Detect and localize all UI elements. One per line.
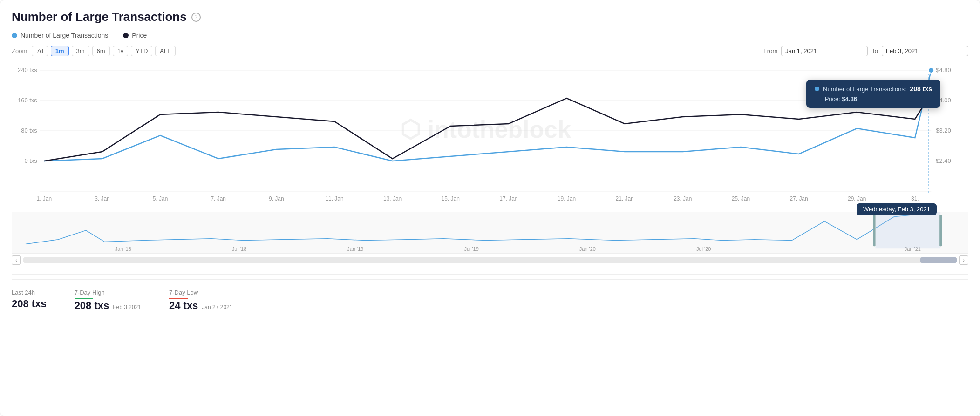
svg-rect-40 <box>876 212 941 248</box>
date-range-row: From To <box>763 46 968 56</box>
svg-text:240 txs: 240 txs <box>18 67 37 74</box>
svg-text:27. Jan: 27. Jan <box>789 195 808 202</box>
chart-tooltip: Number of Large Transactions: 208 txs Pr… <box>806 80 940 108</box>
svg-text:Jan '18: Jan '18 <box>115 246 131 252</box>
svg-text:15. Jan: 15. Jan <box>442 195 460 202</box>
svg-point-31 <box>928 67 934 73</box>
svg-text:0 txs: 0 txs <box>24 157 37 164</box>
legend-label-transactions: Number of Large Transactions <box>20 32 108 39</box>
zoom-ytd[interactable]: YTD <box>131 46 152 56</box>
page-title: Number of Large Transactions <box>12 10 187 24</box>
stat-last-24h: Last 24h 208 txs <box>12 289 47 312</box>
legend-item-transactions: Number of Large Transactions <box>12 32 108 39</box>
stat-7day-high: 7-Day High 208 txs Feb 3 2021 <box>75 289 141 312</box>
main-chart-area: 240 txs 160 txs 80 txs 0 txs $4.80 $4.00… <box>12 61 968 210</box>
svg-text:160 txs: 160 txs <box>18 97 37 104</box>
help-icon[interactable]: ? <box>191 13 201 22</box>
svg-text:29. Jan: 29. Jan <box>848 195 866 202</box>
to-label: To <box>871 47 878 54</box>
zoom-1y[interactable]: 1y <box>113 46 129 56</box>
tooltip-date-tag: Wednesday, Feb 3, 2021 <box>857 203 937 215</box>
svg-text:Jan '20: Jan '20 <box>579 246 596 252</box>
to-date-input[interactable] <box>882 46 968 56</box>
controls-row: Zoom 7d 1m 3m 6m 1y YTD ALL From To <box>12 46 968 56</box>
scroll-left-arrow[interactable]: ‹ <box>12 255 21 265</box>
stat-7day-high-value-row: 208 txs Feb 3 2021 <box>75 300 141 312</box>
stat-7day-low-sub: Jan 27 2021 <box>202 304 232 310</box>
zoom-1m[interactable]: 1m <box>51 46 69 56</box>
title-row: Number of Large Transactions ? <box>12 10 968 24</box>
scroll-track[interactable] <box>23 257 957 263</box>
stat-last-24h-label: Last 24h <box>12 289 47 296</box>
svg-text:$4.80: $4.80 <box>936 67 951 74</box>
high-indicator-line <box>75 298 93 299</box>
zoom-7d[interactable]: 7d <box>32 46 48 56</box>
svg-rect-41 <box>873 215 876 246</box>
svg-text:21. Jan: 21. Jan <box>616 195 634 202</box>
svg-text:Jul '18: Jul '18 <box>232 246 246 252</box>
stat-7day-low-value: 24 txs <box>169 300 198 312</box>
mini-chart-area: Jan '18 Jul '18 Jan '19 Jul '19 Jan '20 … <box>12 212 968 254</box>
svg-text:13. Jan: 13. Jan <box>383 195 402 202</box>
svg-text:19. Jan: 19. Jan <box>558 195 576 202</box>
svg-text:Jul '19: Jul '19 <box>464 246 478 252</box>
svg-text:23. Jan: 23. Jan <box>674 195 692 202</box>
zoom-3m[interactable]: 3m <box>72 46 89 56</box>
svg-text:1. Jan: 1. Jan <box>37 195 52 202</box>
svg-text:⬡ intotheblock: ⬡ intotheblock <box>400 116 571 143</box>
svg-text:$2.40: $2.40 <box>936 157 951 164</box>
main-card: Number of Large Transactions ? Number of… <box>0 0 980 416</box>
svg-text:$3.20: $3.20 <box>936 127 951 134</box>
svg-text:Jan '19: Jan '19 <box>347 246 363 252</box>
stat-7day-low-value-row: 24 txs Jan 27 2021 <box>169 300 232 312</box>
stat-last-24h-value: 208 txs <box>12 298 47 310</box>
zoom-all[interactable]: ALL <box>155 46 175 56</box>
mini-chart-svg: Jan '18 Jul '18 Jan '19 Jul '19 Jan '20 … <box>12 212 968 253</box>
legend-dot-transactions <box>12 33 17 38</box>
svg-text:17. Jan: 17. Jan <box>499 195 517 202</box>
zoom-row: Zoom 7d 1m 3m 6m 1y YTD ALL <box>12 46 176 56</box>
tooltip-date-text: Wednesday, Feb 3, 2021 <box>863 206 930 213</box>
zoom-label: Zoom <box>12 47 27 54</box>
stat-7day-low-label: 7-Day Low <box>169 289 232 296</box>
scroll-thumb[interactable] <box>920 257 957 263</box>
from-label: From <box>763 47 777 54</box>
legend-item-price: Price <box>123 32 147 39</box>
stats-row: Last 24h 208 txs 7-Day High 208 txs Feb … <box>12 279 968 312</box>
svg-text:7. Jan: 7. Jan <box>211 195 226 202</box>
legend-dot-price <box>123 33 129 38</box>
tooltip-txs-value: 208 txs <box>910 85 932 93</box>
tooltip-txs-label: Number of Large Transactions: <box>823 86 906 93</box>
tooltip-dot <box>815 87 819 91</box>
stat-7day-high-sub: Feb 3 2021 <box>113 304 141 310</box>
svg-text:3. Jan: 3. Jan <box>95 195 110 202</box>
tooltip-price-label: Price: <box>825 95 840 102</box>
svg-text:11. Jan: 11. Jan <box>325 195 343 202</box>
scroll-right-arrow[interactable]: › <box>959 255 968 265</box>
legend-label-price: Price <box>132 32 147 39</box>
scrollbar-row: ‹ › <box>12 255 968 265</box>
svg-text:Jul '20: Jul '20 <box>696 246 711 252</box>
svg-text:9. Jan: 9. Jan <box>269 195 284 202</box>
zoom-6m[interactable]: 6m <box>92 46 110 56</box>
svg-text:25. Jan: 25. Jan <box>732 195 750 202</box>
stat-7day-low: 7-Day Low 24 txs Jan 27 2021 <box>169 289 232 312</box>
stat-7day-high-label: 7-Day High <box>75 289 141 296</box>
from-date-input[interactable] <box>781 46 868 56</box>
svg-text:80 txs: 80 txs <box>21 127 37 134</box>
legend-row: Number of Large Transactions Price <box>12 32 968 39</box>
low-indicator-line <box>169 298 188 299</box>
tooltip-price-value: $4.36 <box>842 95 858 102</box>
svg-text:5. Jan: 5. Jan <box>153 195 168 202</box>
tooltip-txs-row: Number of Large Transactions: 208 txs <box>815 85 932 93</box>
svg-rect-42 <box>939 215 942 246</box>
tooltip-price-row: Price: $4.36 <box>815 95 932 102</box>
stat-7day-high-value: 208 txs <box>75 300 109 312</box>
stats-divider <box>12 274 968 275</box>
svg-text:31.: 31. <box>911 195 919 202</box>
